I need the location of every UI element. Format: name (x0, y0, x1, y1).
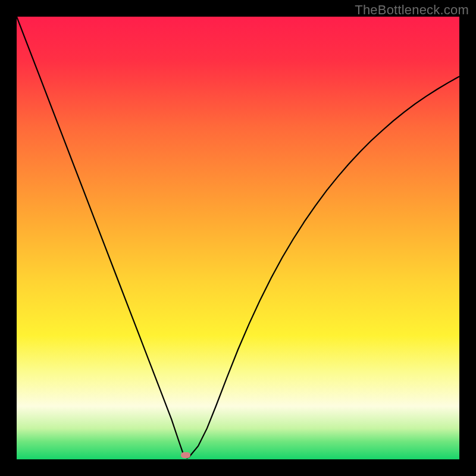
watermark-text: TheBottleneck.com (355, 2, 469, 18)
plot-area (17, 17, 459, 459)
minimum-marker (181, 452, 190, 458)
chart-frame: TheBottleneck.com (0, 0, 476, 476)
bottleneck-curve (17, 17, 459, 459)
